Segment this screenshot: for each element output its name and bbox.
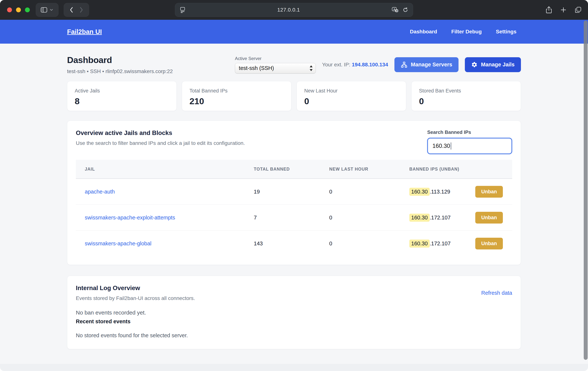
jails-table: JAIL TOTAL BANNED NEW LAST HOUR BANNED I… — [76, 160, 512, 257]
text-caret — [451, 142, 451, 150]
back-button[interactable] — [69, 7, 74, 13]
unban-button[interactable]: Unban — [475, 212, 503, 224]
stat-value: 210 — [189, 96, 284, 106]
ip-rest: .113.129 — [430, 189, 450, 195]
page-title-block: Dashboard test-ssh • SSH • rlinfp02.swis… — [67, 55, 173, 74]
ip-match-highlight: 160.30 — [409, 240, 430, 248]
stat-card-active-jails: Active Jails 8 — [67, 81, 177, 111]
no-ban-events-text: No ban events recorded yet. — [76, 309, 512, 316]
manage-jails-label: Manage Jails — [481, 62, 514, 68]
gear-icon — [471, 62, 478, 68]
main-content: Dashboard test-ssh • SSH • rlinfp02.swis… — [67, 44, 521, 349]
new-last-hour-value: 0 — [329, 215, 409, 221]
total-banned-value: 7 — [254, 215, 329, 221]
forward-button[interactable] — [79, 7, 84, 13]
stat-label: Active Jails — [75, 88, 169, 94]
stat-label: Stored Ban Events — [419, 88, 513, 94]
jail-link[interactable]: swissmakers-apache-global — [85, 240, 151, 246]
unban-button[interactable]: Unban — [475, 186, 503, 198]
stat-cards: Active Jails 8 Total Banned IPs 210 New … — [67, 81, 521, 111]
nav-item-dashboard[interactable]: Dashboard — [410, 29, 437, 35]
scrollbar-thumb[interactable] — [584, 21, 588, 360]
stat-label: New Last Hour — [304, 88, 399, 94]
table-row: swissmakers-apache-global 143 0 160.30.1… — [76, 231, 512, 257]
manage-servers-label: Manage Servers — [411, 62, 452, 68]
svg-text:A: A — [393, 8, 396, 11]
log-title: Internal Log Overview — [76, 284, 195, 292]
table-header-row: JAIL TOTAL BANNED NEW LAST HOUR BANNED I… — [76, 160, 512, 179]
address-bar[interactable]: 127.0.0.1 A ★ — [175, 3, 413, 17]
jail-link[interactable]: apache-auth — [85, 189, 115, 195]
external-ip: Your ext. IP:194.88.100.134 — [322, 62, 388, 68]
stat-value: 0 — [304, 96, 399, 106]
overview-title: Overview active Jails and Blocks — [76, 129, 245, 136]
total-banned-value: 143 — [254, 240, 329, 247]
recent-stored-events-title: Recent stored events — [76, 318, 512, 325]
sitemap-icon — [401, 61, 408, 68]
table-row: apache-auth 19 0 160.30.113.129 Unban — [76, 179, 512, 205]
col-header-banned-ips: BANNED IPS (UNBAN) — [409, 167, 512, 172]
external-ip-value: 194.88.100.134 — [352, 62, 388, 67]
active-server-label: Active Server — [235, 56, 316, 61]
minimize-window-button[interactable] — [16, 8, 21, 12]
ip-rest: .172.107 — [430, 240, 451, 247]
url-text: 127.0.0.1 — [186, 7, 392, 13]
overview-card: Overview active Jails and Blocks Use the… — [67, 121, 521, 265]
stat-card-new-last-hour: New Last Hour 0 — [297, 81, 406, 111]
stat-label: Total Banned IPs — [189, 88, 284, 94]
history-nav — [64, 3, 89, 17]
search-banned-ips-label: Search Banned IPs — [427, 129, 512, 135]
new-tab-icon[interactable] — [560, 7, 567, 13]
translate-icon[interactable]: A ★ — [392, 7, 399, 13]
close-window-button[interactable] — [7, 8, 12, 12]
col-header-jail: JAIL — [76, 167, 254, 172]
browser-window: 127.0.0.1 A ★ — [0, 0, 588, 371]
nav-item-filter-debug[interactable]: Filter Debug — [451, 29, 482, 35]
app-header: Fail2ban UI Dashboard Filter Debug Setti… — [0, 20, 588, 44]
stat-card-stored-ban-events: Stored Ban Events 0 — [411, 81, 521, 111]
stat-value: 0 — [419, 96, 513, 106]
page-title: Dashboard — [67, 55, 173, 65]
sidebar-icon — [41, 7, 47, 13]
stat-value: 8 — [75, 96, 169, 106]
ip-match-highlight: 160.30 — [409, 188, 430, 196]
sidebar-toggle-button[interactable] — [36, 3, 59, 17]
col-header-total-banned: TOTAL BANNED — [254, 167, 329, 172]
search-banned-ips-input[interactable]: 160.30 — [427, 138, 512, 154]
ip-rest: .172.107 — [430, 215, 451, 221]
total-banned-value: 19 — [254, 189, 329, 195]
ip-match-highlight: 160.30 — [409, 214, 430, 222]
stat-card-total-banned: Total Banned IPs 210 — [182, 81, 291, 111]
active-server-value: test-ssh (SSH) — [239, 65, 309, 71]
new-last-hour-value: 0 — [329, 189, 409, 195]
main-nav: Dashboard Filter Debug Settings — [410, 29, 516, 35]
brand-logo[interactable]: Fail2ban UI — [67, 28, 102, 35]
internal-log-card: Internal Log Overview Events stored by F… — [67, 276, 521, 349]
svg-text:★: ★ — [396, 10, 398, 12]
manage-servers-button[interactable]: Manage Servers — [394, 57, 459, 72]
refresh-data-link[interactable]: Refresh data — [481, 290, 512, 296]
new-last-hour-value: 0 — [329, 240, 409, 247]
zoom-window-button[interactable] — [25, 8, 30, 12]
log-subtitle: Events stored by Fail2ban-UI across all … — [76, 295, 195, 301]
unban-button[interactable]: Unban — [475, 238, 503, 250]
overview-subtitle: Use the search to filter banned IPs and … — [76, 140, 245, 146]
chevron-down-icon — [49, 8, 54, 12]
no-stored-events-text: No stored events found for the selected … — [76, 332, 512, 338]
reader-icon[interactable] — [180, 7, 186, 13]
window-bottom-strip — [0, 364, 588, 371]
table-row: swissmakers-apache-exploit-attempts 7 0 … — [76, 205, 512, 231]
reload-icon[interactable] — [402, 7, 408, 13]
nav-item-settings[interactable]: Settings — [496, 29, 516, 35]
browser-chrome: 127.0.0.1 A ★ — [0, 0, 588, 20]
tab-overview-icon[interactable] — [575, 6, 582, 13]
active-server-select[interactable]: test-ssh (SSH) — [235, 63, 316, 74]
manage-jails-button[interactable]: Manage Jails — [465, 57, 521, 72]
share-icon[interactable] — [546, 6, 552, 14]
col-header-new-last-hour: NEW LAST HOUR — [329, 167, 409, 172]
log-title-block: Internal Log Overview Events stored by F… — [76, 284, 195, 301]
select-stepper-icon — [309, 65, 313, 71]
page-subtitle: test-ssh • SSH • rlinfp02.swissmakers.co… — [67, 68, 173, 74]
external-ip-label: Your ext. IP: — [322, 62, 350, 67]
jail-link[interactable]: swissmakers-apache-exploit-attempts — [85, 215, 175, 220]
